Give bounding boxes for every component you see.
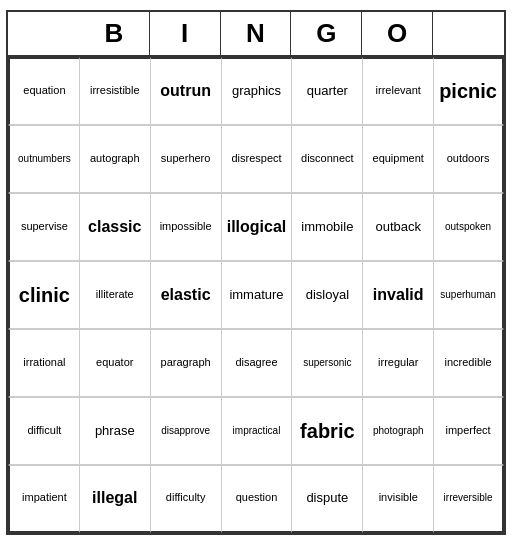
bingo-grid: equationirresistibleoutrungraphicsquarte… xyxy=(8,57,504,533)
bingo-cell: equator xyxy=(79,329,150,397)
bingo-cell: disapprove xyxy=(150,397,221,465)
bingo-cell: irresistible xyxy=(79,57,150,125)
cell-text: photograph xyxy=(373,425,424,437)
cell-text: invalid xyxy=(373,285,424,304)
cell-text: incredible xyxy=(445,356,492,369)
bingo-cell: outspoken xyxy=(433,193,504,261)
bingo-cell: impractical xyxy=(221,397,292,465)
bingo-cell: immobile xyxy=(291,193,362,261)
cell-text: classic xyxy=(88,217,141,236)
header-G: G xyxy=(291,12,362,55)
cell-text: impractical xyxy=(233,425,281,437)
bingo-cell: supersonic xyxy=(291,329,362,397)
bingo-cell: irregular xyxy=(362,329,433,397)
cell-text: illiterate xyxy=(96,288,134,301)
bingo-cell: irrational xyxy=(8,329,79,397)
cell-text: picnic xyxy=(439,79,497,103)
cell-text: paragraph xyxy=(161,356,211,369)
bingo-cell: phrase xyxy=(79,397,150,465)
cell-text: disrespect xyxy=(231,152,281,165)
cell-text: question xyxy=(236,491,278,504)
cell-text: quarter xyxy=(307,83,348,99)
bingo-header: BINGO xyxy=(8,12,504,57)
bingo-cell: disconnect xyxy=(291,125,362,193)
bingo-cell: difficult xyxy=(8,397,79,465)
bingo-cell: disloyal xyxy=(291,261,362,329)
bingo-cell: autograph xyxy=(79,125,150,193)
bingo-card: BINGO equationirresistibleoutrungraphics… xyxy=(6,10,506,535)
cell-text: irrelevant xyxy=(376,84,421,97)
bingo-cell: outback xyxy=(362,193,433,261)
bingo-cell: equipment xyxy=(362,125,433,193)
bingo-cell: invisible xyxy=(362,465,433,533)
bingo-cell: dispute xyxy=(291,465,362,533)
bingo-cell: immature xyxy=(221,261,292,329)
cell-text: equipment xyxy=(373,152,424,165)
cell-text: supersonic xyxy=(303,357,351,369)
header-O: O xyxy=(362,12,433,55)
cell-text: outrun xyxy=(160,81,211,100)
cell-text: irregular xyxy=(378,356,418,369)
bingo-cell: question xyxy=(221,465,292,533)
cell-text: disloyal xyxy=(306,287,349,303)
bingo-cell: fabric xyxy=(291,397,362,465)
cell-text: illogical xyxy=(227,217,287,236)
cell-text: superhero xyxy=(161,152,211,165)
cell-text: immobile xyxy=(301,219,353,235)
cell-text: graphics xyxy=(232,83,281,99)
cell-text: difficult xyxy=(27,424,61,437)
cell-text: disconnect xyxy=(301,152,354,165)
cell-text: disagree xyxy=(235,356,277,369)
bingo-cell: superhero xyxy=(150,125,221,193)
header-spacer xyxy=(433,12,504,55)
bingo-cell: incredible xyxy=(433,329,504,397)
cell-text: impossible xyxy=(160,220,212,233)
bingo-cell: irreversible xyxy=(433,465,504,533)
cell-text: phrase xyxy=(95,423,135,439)
bingo-cell: classic xyxy=(79,193,150,261)
cell-text: illegal xyxy=(92,488,137,507)
bingo-cell: photograph xyxy=(362,397,433,465)
bingo-cell: superhuman xyxy=(433,261,504,329)
cell-text: clinic xyxy=(19,283,70,307)
cell-text: imperfect xyxy=(445,424,490,437)
bingo-cell: imperfect xyxy=(433,397,504,465)
bingo-cell: illegal xyxy=(79,465,150,533)
cell-text: immature xyxy=(229,287,283,303)
bingo-cell: quarter xyxy=(291,57,362,125)
bingo-cell: equation xyxy=(8,57,79,125)
cell-text: fabric xyxy=(300,419,354,443)
bingo-cell: outrun xyxy=(150,57,221,125)
bingo-cell: graphics xyxy=(221,57,292,125)
header-spacer xyxy=(8,12,79,55)
cell-text: supervise xyxy=(21,220,68,233)
cell-text: invisible xyxy=(379,491,418,504)
bingo-cell: disagree xyxy=(221,329,292,397)
bingo-cell: invalid xyxy=(362,261,433,329)
bingo-cell: supervise xyxy=(8,193,79,261)
cell-text: outdoors xyxy=(447,152,490,165)
header-N: N xyxy=(221,12,292,55)
bingo-cell: impatient xyxy=(8,465,79,533)
cell-text: superhuman xyxy=(440,289,496,301)
cell-text: equation xyxy=(23,84,65,97)
cell-text: irreversible xyxy=(444,492,493,504)
bingo-cell: outnumbers xyxy=(8,125,79,193)
bingo-cell: elastic xyxy=(150,261,221,329)
cell-text: elastic xyxy=(161,285,211,304)
cell-text: outnumbers xyxy=(18,153,71,165)
header-B: B xyxy=(79,12,150,55)
cell-text: disapprove xyxy=(161,425,210,437)
cell-text: autograph xyxy=(90,152,140,165)
bingo-cell: illiterate xyxy=(79,261,150,329)
cell-text: impatient xyxy=(22,491,67,504)
bingo-cell: difficulty xyxy=(150,465,221,533)
cell-text: outback xyxy=(375,219,421,235)
bingo-cell: clinic xyxy=(8,261,79,329)
header-I: I xyxy=(150,12,221,55)
cell-text: dispute xyxy=(306,490,348,506)
bingo-cell: impossible xyxy=(150,193,221,261)
cell-text: equator xyxy=(96,356,133,369)
bingo-cell: disrespect xyxy=(221,125,292,193)
cell-text: outspoken xyxy=(445,221,491,233)
